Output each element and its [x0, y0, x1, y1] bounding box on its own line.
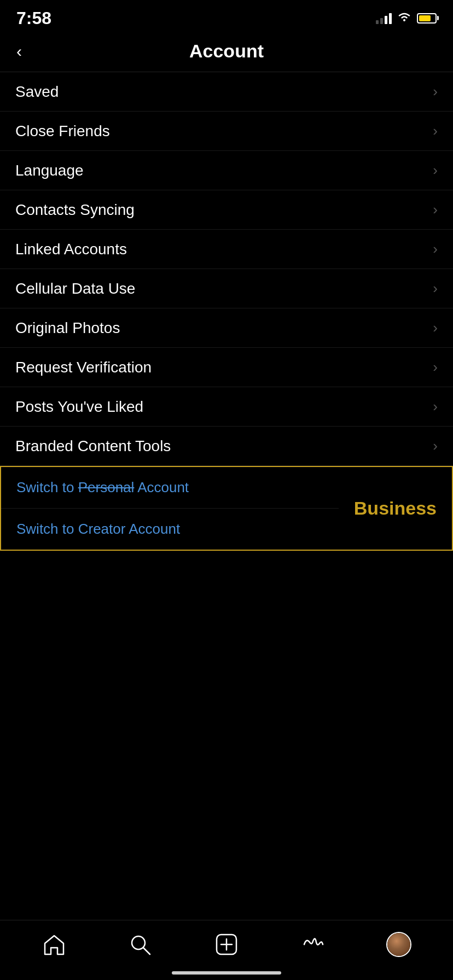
menu-item-linked-accounts[interactable]: Linked Accounts › [0, 230, 453, 269]
menu-item-saved[interactable]: Saved › [0, 72, 453, 112]
status-icons [376, 11, 437, 25]
switch-to-creator-label: Switch to Creator Account [16, 521, 180, 538]
signal-icon [376, 12, 392, 24]
chevron-icon-close-friends: › [433, 122, 438, 139]
menu-label-language: Language [15, 162, 84, 179]
status-time: 7:58 [16, 8, 51, 28]
chevron-icon-request-verification: › [433, 359, 438, 376]
chevron-icon-language: › [433, 162, 438, 179]
menu-label-request-verification: Request Verification [15, 359, 152, 376]
switch-account-section: Switch to Personal Account Switch to Cre… [0, 466, 453, 551]
menu-label-close-friends: Close Friends [15, 122, 110, 140]
menu-item-cellular-data-use[interactable]: Cellular Data Use › [0, 269, 453, 308]
switch-options: Switch to Personal Account Switch to Cre… [1, 467, 339, 550]
menu-item-posts-youve-liked[interactable]: Posts You've Liked › [0, 387, 453, 427]
search-icon [127, 932, 153, 957]
battery-icon [417, 13, 437, 24]
menu-label-cellular-data-use: Cellular Data Use [15, 280, 135, 298]
business-badge: Business [339, 467, 452, 550]
menu-item-request-verification[interactable]: Request Verification › [0, 348, 453, 387]
nav-create[interactable] [203, 928, 250, 961]
status-bar: 7:58 [0, 0, 453, 33]
menu-label-posts-youve-liked: Posts You've Liked [15, 398, 143, 416]
chevron-icon-linked-accounts: › [433, 241, 438, 258]
svg-point-0 [403, 19, 405, 21]
switch-to-personal-label: Switch to Personal Account [16, 479, 189, 496]
chevron-icon-saved: › [433, 83, 438, 100]
svg-line-2 [143, 948, 150, 954]
home-icon [42, 932, 67, 957]
nav-profile[interactable] [375, 928, 422, 961]
home-indicator [172, 971, 281, 975]
activity-icon [300, 932, 326, 957]
nav-home[interactable] [31, 928, 78, 961]
back-button[interactable]: ‹ [11, 40, 27, 63]
content-area: Saved › Close Friends › Language › Conta… [0, 72, 453, 611]
nav-activity[interactable] [289, 928, 336, 961]
menu-label-branded-content-tools: Branded Content Tools [15, 438, 171, 455]
menu-item-language[interactable]: Language › [0, 151, 453, 190]
menu-label-saved: Saved [15, 83, 59, 101]
menu-label-original-photos: Original Photos [15, 319, 120, 337]
menu-label-contacts-syncing: Contacts Syncing [15, 201, 135, 219]
menu-label-linked-accounts: Linked Accounts [15, 241, 127, 258]
business-text: Business [354, 498, 437, 519]
menu-list: Saved › Close Friends › Language › Conta… [0, 72, 453, 466]
menu-item-original-photos[interactable]: Original Photos › [0, 308, 453, 348]
chevron-icon-posts-youve-liked: › [433, 398, 438, 415]
page-title: Account [189, 40, 264, 62]
switch-to-personal-button[interactable]: Switch to Personal Account [1, 467, 339, 509]
chevron-icon-cellular-data-use: › [433, 280, 438, 297]
menu-item-branded-content-tools[interactable]: Branded Content Tools › [0, 427, 453, 466]
profile-avatar [386, 932, 411, 957]
menu-item-close-friends[interactable]: Close Friends › [0, 112, 453, 151]
chevron-icon-branded-content-tools: › [433, 438, 438, 454]
nav-search[interactable] [117, 928, 164, 961]
strikethrough-personal: Personal [78, 479, 135, 495]
page-header: ‹ Account [0, 33, 453, 72]
chevron-icon-contacts-syncing: › [433, 201, 438, 218]
wifi-icon [397, 11, 411, 25]
menu-item-contacts-syncing[interactable]: Contacts Syncing › [0, 190, 453, 230]
chevron-icon-original-photos: › [433, 319, 438, 336]
create-icon [214, 932, 239, 957]
switch-to-creator-button[interactable]: Switch to Creator Account [1, 509, 339, 550]
